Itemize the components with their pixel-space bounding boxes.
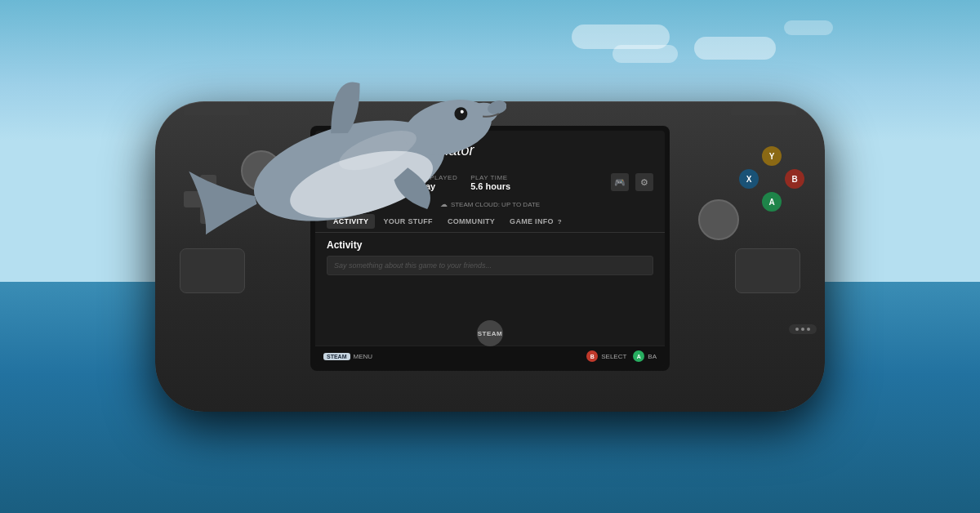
right-stick[interactable] [698,199,739,240]
footer-a-back: A BA [633,350,657,362]
dpad[interactable] [184,175,233,224]
dpad-vertical [200,175,216,224]
b-button[interactable]: B [785,169,804,189]
cloud-4 [784,20,833,35]
dot-2 [801,328,804,331]
right-controls: Y X B A [682,134,813,379]
cloud-2 [612,45,678,63]
left-touchpad[interactable] [180,248,245,293]
a-button[interactable]: A [762,192,782,212]
abxy-cluster: Y X B A [739,146,804,212]
footer-steam-menu: STEAM MENU [323,353,372,360]
tab-game-info[interactable]: GAME INFO ? [503,214,568,229]
footer-b-select: B SELECT [586,350,626,362]
x-button[interactable]: X [739,169,759,189]
steam-button[interactable]: STEAM [477,320,503,346]
play-arrow-icon [338,178,344,186]
cloud-3 [694,37,776,60]
dot-1 [795,328,799,331]
settings-icon[interactable]: ⚙ [635,173,653,191]
play-dropdown-button[interactable]: ▼ [381,172,395,193]
play-stats: LAST PLAYED Today PLAY TIME 5.6 hours [410,174,510,191]
screen-action-icons: 🎮 ⚙ [611,173,653,191]
activity-input[interactable]: Say something about this game to your fr… [327,256,653,275]
game-title: Dolphin Emulator [353,142,474,159]
footer-right-buttons: B SELECT A BA [586,350,657,362]
tab-community[interactable]: COMMUNITY [441,214,501,229]
shoulder-right [731,105,796,115]
y-button[interactable]: Y [762,146,782,166]
left-stick[interactable] [241,150,282,191]
dot-3 [807,328,810,331]
screen-tabs: ACTIVITY YOUR STUFF COMMUNITY GAME INFO … [315,211,665,233]
deck-body: Dolphin Emulator Play ▼ [155,101,825,412]
cloud-sync-bar: ☁ STEAM CLOUD: UP TO DATE [315,198,665,211]
last-played-stat: LAST PLAYED Today [410,174,458,191]
screen-header: Dolphin Emulator [315,131,665,167]
three-dots-button[interactable] [789,324,817,334]
screen-footer: STEAM MENU B SELECT A BA [315,346,665,366]
play-button-group[interactable]: Play ▼ [327,172,395,193]
left-controls [167,134,298,379]
dolphin-logo-icon [327,141,346,160]
right-touchpad[interactable] [735,248,800,293]
play-button[interactable]: Play [327,172,381,193]
background: Dolphin Emulator Play ▼ [0,0,980,513]
controller-icon[interactable]: 🎮 [611,173,629,191]
play-section: Play ▼ LAST PLAYED Today PLAY T [315,167,665,198]
steam-deck-device: Dolphin Emulator Play ▼ [155,101,825,412]
play-time-stat: PLAY TIME 5.6 hours [470,174,510,191]
shoulder-left [184,105,249,115]
tab-your-stuff[interactable]: YOUR STUFF [376,214,439,229]
tab-activity[interactable]: ACTIVITY [327,214,375,229]
